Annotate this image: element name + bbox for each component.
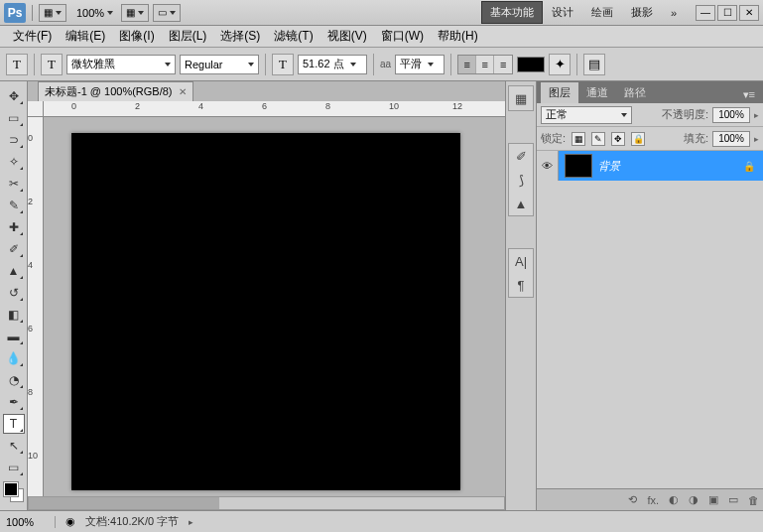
window-max-button[interactable]: ☐ xyxy=(717,5,737,21)
eraser-tool[interactable]: ◧ xyxy=(3,305,25,325)
align-right-button[interactable]: ≡ xyxy=(494,56,512,73)
menu-edit[interactable]: 编辑(E) xyxy=(59,28,112,45)
brush-presets-icon[interactable]: ⟆ xyxy=(511,171,531,189)
status-zoom[interactable]: 100% xyxy=(6,516,56,528)
brush-panel-icon[interactable]: ✐ xyxy=(511,147,531,165)
status-bar: 100% ◉ 文档:410.2K/0 字节 ▸ xyxy=(0,510,763,532)
ruler-vertical[interactable]: 0 2 4 6 8 10 xyxy=(28,117,44,510)
app-logo[interactable]: Ps xyxy=(4,3,26,23)
right-panel: 图层 通道 路径 ▾≡ 正常 不透明度: 100% ▸ 锁定: ▦ ✎ ✥ 🔒 … xyxy=(537,81,763,510)
menu-window[interactable]: 窗口(W) xyxy=(374,28,431,45)
close-tab-icon[interactable]: ✕ xyxy=(179,86,187,97)
menu-image[interactable]: 图像(I) xyxy=(112,28,161,45)
menu-select[interactable]: 选择(S) xyxy=(213,28,267,45)
blend-mode-select[interactable]: 正常 xyxy=(541,106,632,124)
menu-filter[interactable]: 滤镜(T) xyxy=(267,28,319,45)
ruler-horizontal[interactable]: 0 2 4 6 8 10 12 xyxy=(44,101,505,117)
view-extras-button[interactable]: ▦ xyxy=(121,4,149,22)
channels-tab[interactable]: 通道 xyxy=(578,82,616,103)
horizontal-scrollbar[interactable] xyxy=(28,496,505,510)
move-tool[interactable]: ✥ xyxy=(3,86,25,106)
layer-thumbnail[interactable] xyxy=(565,154,592,178)
workspace-tab-basic[interactable]: 基本功能 xyxy=(481,1,543,24)
menu-layer[interactable]: 图层(L) xyxy=(162,28,214,45)
text-orientation-button[interactable]: T xyxy=(41,54,63,75)
text-color-swatch[interactable] xyxy=(517,57,545,72)
delete-layer-icon[interactable]: 🗑 xyxy=(748,494,759,506)
font-style-select[interactable]: Regular xyxy=(180,55,259,74)
title-zoom[interactable]: 100% xyxy=(76,7,104,19)
font-family-select[interactable]: 微软雅黑 xyxy=(66,55,176,74)
menu-help[interactable]: 帮助(H) xyxy=(431,28,485,45)
layer-mask-icon[interactable]: ◐ xyxy=(669,493,679,506)
canvas[interactable] xyxy=(71,133,460,490)
type-tool[interactable]: T xyxy=(3,414,25,434)
bridge-button[interactable]: ▦ xyxy=(39,4,66,22)
status-doc-info[interactable]: 文档:410.2K/0 字节 xyxy=(85,514,179,529)
document-area: 未标题-1 @ 100%(RGB/8) ✕ 0 2 4 6 8 10 12 0 … xyxy=(28,81,505,510)
workspace-more[interactable]: » xyxy=(662,3,686,23)
status-info-icon[interactable]: ◉ xyxy=(65,515,75,528)
eyedropper-tool[interactable]: ✎ xyxy=(3,196,25,215)
shape-tool[interactable]: ▭ xyxy=(3,458,25,477)
adjustment-layer-icon[interactable]: ◑ xyxy=(689,493,699,506)
healing-tool[interactable]: ✚ xyxy=(3,217,25,237)
character-panel-icon[interactable]: A| xyxy=(511,252,531,270)
layer-row[interactable]: 👁 背景 🔒 xyxy=(537,151,763,181)
lock-label: 锁定: xyxy=(541,131,566,146)
fill-label: 填充: xyxy=(684,131,708,146)
marquee-tool[interactable]: ▭ xyxy=(3,108,25,128)
fill-value[interactable]: 100% xyxy=(712,131,750,147)
gradient-tool[interactable]: ▬ xyxy=(3,327,25,346)
layer-group-icon[interactable]: ▣ xyxy=(708,493,718,506)
layer-name[interactable]: 背景 xyxy=(598,159,743,174)
font-size-select[interactable]: 51.62 点 xyxy=(298,55,367,74)
workspace-tab-painting[interactable]: 绘画 xyxy=(582,1,622,24)
panel-menu-icon[interactable]: ▾≡ xyxy=(739,86,759,103)
blur-tool[interactable]: 💧 xyxy=(3,348,25,368)
opacity-value[interactable]: 100% xyxy=(712,107,750,123)
current-tool-icon[interactable]: T xyxy=(6,54,28,75)
clone-source-icon[interactable]: ▲ xyxy=(511,195,531,212)
workspace-tab-photo[interactable]: 摄影 xyxy=(622,1,662,24)
ruler-origin[interactable] xyxy=(28,101,44,117)
brush-tool[interactable]: ✐ xyxy=(3,239,25,259)
stamp-tool[interactable]: ▲ xyxy=(3,261,25,281)
lock-all-icon[interactable]: 🔒 xyxy=(631,132,645,146)
screen-mode-button[interactable]: ▭ xyxy=(153,4,181,22)
new-layer-icon[interactable]: ▭ xyxy=(728,493,738,506)
align-left-button[interactable]: ≡ xyxy=(458,56,476,73)
window-close-button[interactable]: ✕ xyxy=(739,5,759,21)
lock-transparent-icon[interactable]: ▦ xyxy=(572,132,585,146)
window-min-button[interactable]: — xyxy=(696,5,715,21)
warp-text-button[interactable]: ✦ xyxy=(549,54,571,75)
lock-position-icon[interactable]: ✥ xyxy=(611,132,625,146)
color-swatch[interactable] xyxy=(4,482,24,502)
antialias-select[interactable]: 平滑 xyxy=(395,55,445,74)
magic-wand-tool[interactable]: ✧ xyxy=(3,152,25,172)
paths-tab[interactable]: 路径 xyxy=(616,82,654,103)
visibility-toggle[interactable]: 👁 xyxy=(537,151,559,181)
lasso-tool[interactable]: ⊃ xyxy=(3,130,25,150)
history-brush-tool[interactable]: ↺ xyxy=(3,283,25,303)
document-tab[interactable]: 未标题-1 @ 100%(RGB/8) ✕ xyxy=(38,81,193,102)
menu-file[interactable]: 文件(F) xyxy=(6,28,59,45)
link-layers-icon[interactable]: ⟲ xyxy=(628,493,637,506)
path-select-tool[interactable]: ↖ xyxy=(3,436,25,456)
workspace-tab-design[interactable]: 设计 xyxy=(543,1,582,24)
paragraph-panel-icon[interactable]: ¶ xyxy=(511,276,531,294)
workspace-switcher: 基本功能 设计 绘画 摄影 » — ☐ ✕ xyxy=(481,1,759,24)
text-align-group: ≡ ≡ ≡ xyxy=(457,55,513,74)
font-size-icon: T xyxy=(272,54,294,75)
history-panel-icon[interactable]: ▦ xyxy=(511,89,531,107)
menu-view[interactable]: 视图(V) xyxy=(320,28,374,45)
dodge-tool[interactable]: ◔ xyxy=(3,370,25,390)
align-center-button[interactable]: ≡ xyxy=(476,56,494,73)
toolbox: ✥ ▭ ⊃ ✧ ✂ ✎ ✚ ✐ ▲ ↺ ◧ ▬ 💧 ◔ ✒ T ↖ ▭ xyxy=(0,81,28,510)
character-panel-button[interactable]: ▤ xyxy=(583,54,605,75)
lock-pixels-icon[interactable]: ✎ xyxy=(591,132,605,146)
layer-fx-icon[interactable]: fx. xyxy=(647,494,659,506)
crop-tool[interactable]: ✂ xyxy=(3,174,25,194)
layers-tab[interactable]: 图层 xyxy=(541,82,578,103)
pen-tool[interactable]: ✒ xyxy=(3,392,25,412)
